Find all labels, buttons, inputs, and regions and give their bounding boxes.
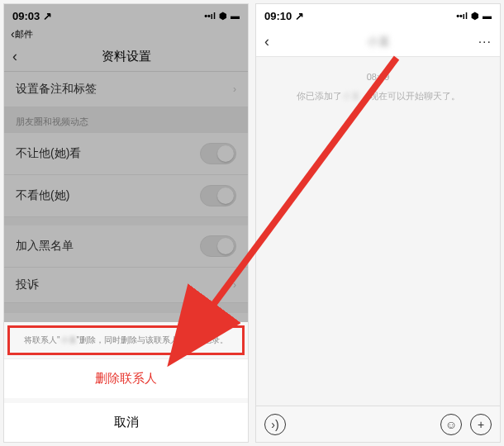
chevron-right-icon: › <box>233 83 236 95</box>
chat-input-bar: ›) ☺ + <box>256 406 500 442</box>
location-icon: ↗ <box>43 10 52 22</box>
cancel-button[interactable]: 取消 <box>4 403 248 442</box>
system-message: 你已添加了小某，现在可以开始聊天了。 <box>297 90 460 102</box>
nav-title: 资料设置 <box>102 49 151 64</box>
battery-icon: ▬ <box>231 11 240 21</box>
cell-label: 投诉 <box>16 278 39 292</box>
toggle-block[interactable] <box>200 235 236 257</box>
cell-label: 不让他(她)看 <box>16 146 81 161</box>
contact-name-blurred: 小某 <box>342 91 360 101</box>
phone-left: 09:03 ↗ ••ıl ⬢ ▬ ‹邮件 ‹ 资料设置 设置备注和标签 › 朋友… <box>3 3 249 443</box>
status-time: 09:03 <box>12 10 40 22</box>
cell-block[interactable]: 加入黑名单 <box>4 225 248 268</box>
chat-timestamp: 08:29 <box>367 72 390 82</box>
voice-icon[interactable]: ›) <box>264 414 286 435</box>
delete-contact-button[interactable]: 删除联系人 <box>4 358 248 398</box>
mail-back-label[interactable]: ‹邮件 <box>4 27 248 42</box>
chat-body: 08:29 你已添加了小某，现在可以开始聊天了。 <box>256 57 500 406</box>
nav-bar: ‹ 资料设置 <box>4 42 248 72</box>
plus-icon[interactable]: + <box>470 414 492 435</box>
settings-list: 设置备注和标签 › 朋友圈和视频动态 不让他(她)看 不看他(她) 加入黑名单 … <box>4 72 248 352</box>
wifi-icon: ⬢ <box>219 11 227 21</box>
emoji-icon[interactable]: ☺ <box>440 414 462 435</box>
status-bar: 09:03 ↗ ••ıl ⬢ ▬ <box>4 4 248 27</box>
sheet-message-box: 将联系人"小某"删除，同时删除与该联系人的聊天记录。 <box>7 325 245 355</box>
location-icon: ↗ <box>295 10 304 22</box>
section-moments: 朋友圈和视频动态 <box>4 107 248 133</box>
nav-bar: ‹ 小某 ··· <box>256 27 500 57</box>
back-icon[interactable]: ‹ <box>264 33 269 50</box>
action-sheet: 将联系人"小某"删除，同时删除与该联系人的聊天记录。 删除联系人 取消 <box>4 322 248 442</box>
signal-icon: ••ıl <box>456 11 468 21</box>
cell-hide-my[interactable]: 不让他(她)看 <box>4 133 248 175</box>
status-bar: 09:10 ↗ ••ıl ⬢ ▬ <box>256 4 500 27</box>
chat-title-blurred: 小某 <box>367 35 390 50</box>
contact-name-blurred: 小某 <box>60 335 77 344</box>
toggle-hide-my[interactable] <box>200 143 236 164</box>
cell-label: 不看他(她) <box>16 188 69 203</box>
sheet-message: 将联系人"小某"删除，同时删除与该联系人的聊天记录。 <box>15 334 237 346</box>
phone-right: 09:10 ↗ ••ıl ⬢ ▬ ‹ 小某 ··· 08:29 你已添加了小某，… <box>255 3 501 443</box>
more-icon[interactable]: ··· <box>478 35 492 50</box>
cell-label: 加入黑名单 <box>16 239 74 254</box>
wifi-icon: ⬢ <box>471 11 479 21</box>
cell-report[interactable]: 投诉 › <box>4 268 248 303</box>
signal-icon: ••ıl <box>204 11 216 21</box>
chevron-right-icon: › <box>233 279 236 291</box>
toggle-hide-their[interactable] <box>200 185 236 206</box>
battery-icon: ▬ <box>483 11 492 21</box>
cell-label: 设置备注和标签 <box>16 82 97 97</box>
cell-hide-their[interactable]: 不看他(她) <box>4 175 248 217</box>
cell-remark[interactable]: 设置备注和标签 › <box>4 72 248 107</box>
status-time: 09:10 <box>264 10 292 22</box>
back-icon[interactable]: ‹ <box>12 48 17 65</box>
